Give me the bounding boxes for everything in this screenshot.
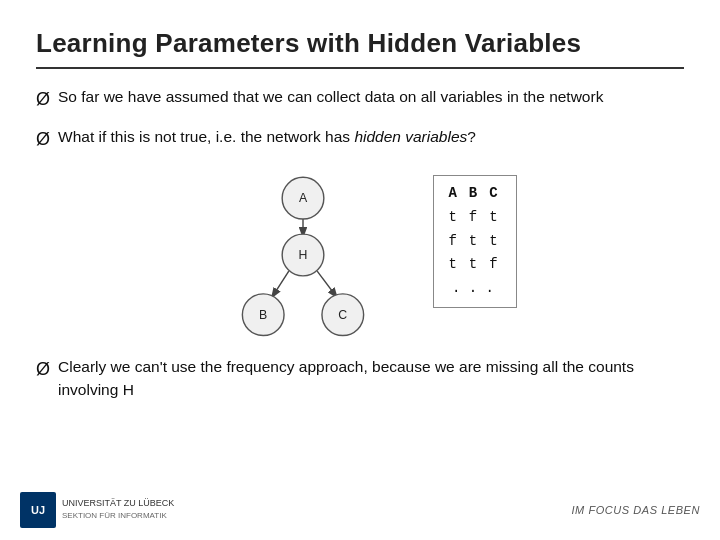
bullet-1: Ø So far we have assumed that we can col… bbox=[36, 85, 684, 113]
bullet2-before: What if this is not true, i.e. the netwo… bbox=[58, 128, 354, 145]
bullet-text-2: What if this is not true, i.e. the netwo… bbox=[58, 125, 684, 148]
footer-slogan: IM FOCUS DAS LEBEN bbox=[572, 504, 700, 516]
col-b: B bbox=[463, 182, 483, 206]
table-row: f t t bbox=[442, 230, 503, 254]
edge-h-c bbox=[318, 271, 338, 298]
university-logo-icon: UJ bbox=[20, 492, 56, 528]
bullet-3: Ø Clearly we can't use the frequency app… bbox=[36, 355, 684, 402]
bullet2-after: ? bbox=[467, 128, 476, 145]
title-divider bbox=[36, 67, 684, 69]
bullet-text-3: Clearly we can't use the frequency appro… bbox=[58, 355, 684, 402]
col-c: C bbox=[483, 182, 503, 206]
footer: UJ UNIVERSITÄT ZU LÜBECK SEKTION FÜR INF… bbox=[0, 492, 720, 528]
graph-svg: A H B C bbox=[203, 165, 403, 345]
table-row: t f t bbox=[442, 206, 503, 230]
graph-container: A H B C bbox=[203, 165, 403, 345]
col-a: A bbox=[442, 182, 462, 206]
footer-logo-area: UJ UNIVERSITÄT ZU LÜBECK SEKTION FÜR INF… bbox=[20, 492, 174, 528]
node-a-label: A bbox=[299, 191, 308, 205]
bullet-icon-1: Ø bbox=[36, 86, 50, 113]
svg-text:UJ: UJ bbox=[31, 504, 45, 516]
bullet-2: Ø What if this is not true, i.e. the net… bbox=[36, 125, 684, 153]
node-b-label: B bbox=[259, 308, 267, 322]
bullet-icon-3: Ø bbox=[36, 356, 50, 383]
logo-svg: UJ bbox=[25, 497, 51, 523]
edge-h-b bbox=[272, 271, 289, 298]
university-name-text: UNIVERSITÄT ZU LÜBECK SEKTION FÜR INFORM… bbox=[62, 498, 174, 521]
node-h-label: H bbox=[299, 248, 308, 262]
bullet2-italic: hidden variables bbox=[354, 128, 467, 145]
diagram-area: A H B C A B C t bbox=[36, 165, 684, 345]
data-table: A B C t f t f t t t t f bbox=[433, 175, 516, 308]
bullet-text-1: So far we have assumed that we can colle… bbox=[58, 85, 684, 108]
slide: Learning Parameters with Hidden Variable… bbox=[0, 0, 720, 540]
table-header-row: A B C bbox=[442, 182, 503, 206]
table-row-dots: . . . bbox=[442, 277, 503, 301]
slide-title: Learning Parameters with Hidden Variable… bbox=[36, 28, 684, 59]
bullet-icon-2: Ø bbox=[36, 126, 50, 153]
node-c-label: C bbox=[339, 308, 348, 322]
table-row: t t f bbox=[442, 253, 503, 277]
